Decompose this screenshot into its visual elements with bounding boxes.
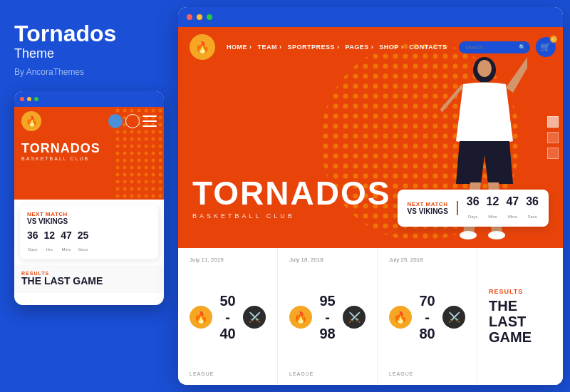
results-section: July 11, 2019 🔥 50 - 40 ⚔️ League July 1… [178, 248, 563, 385]
browser-dot-yellow [197, 14, 202, 20]
mobile-countdown-hrs: 12 Hrs [44, 229, 56, 254]
result-card-2: July 18, 2018 🔥 95 - 98 ⚔️ League [278, 248, 378, 385]
mobile-titlebar [14, 91, 164, 107]
nm-label: NEXT MATCH [408, 201, 448, 207]
mobile-dot-red [20, 97, 24, 101]
mobile-days-num: 36 [27, 229, 38, 241]
mobile-next-match-vs: VS VIKINGS [27, 217, 151, 225]
brand-title: Tornados [14, 21, 160, 46]
nm-days: 36 Days [467, 195, 480, 221]
brand-by: By AncoraThemes [14, 67, 160, 77]
mobile-mockup: 🔥 TORNADOS BASKETBALL CLUB NEXT MATCH [14, 91, 164, 305]
nav-link-shop[interactable]: SHOP › [379, 43, 403, 51]
result-teams-2: 🔥 95 - 98 ⚔️ [289, 293, 366, 342]
cart-button[interactable]: 🛒 0 [536, 37, 556, 57]
svg-point-6 [460, 231, 477, 239]
nm-countdown: 36 Days 12 Mins 47 Mins 36 Secs [467, 195, 539, 221]
result-type-2: League [289, 371, 366, 376]
mobile-hamburger-icon[interactable] [142, 115, 157, 127]
nav-links: HOME › TEAM › SPORTPRESS › PAGES › SHOP … [227, 43, 447, 51]
mobile-next-match-card: NEXT MATCH VS VIKINGS 36 Days 12 Hrs 47 … [20, 205, 158, 259]
svg-point-5 [488, 231, 505, 239]
nm-mins-unit: Mins [488, 215, 497, 219]
team-logo-vikings-3: ⚔️ [442, 306, 465, 329]
team-logo-tornados-3: 🔥 [389, 306, 412, 329]
mobile-dot-green [34, 97, 38, 101]
mobile-icon-red [125, 114, 140, 128]
mobile-next-match-label: NEXT MATCH [27, 211, 151, 217]
sidebar-indicator-1[interactable] [547, 116, 559, 128]
cart-badge: 0 [550, 36, 557, 43]
result-teams-3: 🔥 70 - 80 ⚔️ [389, 293, 465, 342]
hero-main-title: TORNADOS [192, 177, 390, 210]
mobile-mins-num: 47 [61, 229, 72, 241]
mobile-nav: 🔥 [14, 107, 164, 135]
hamburger-line [142, 125, 157, 127]
score-1: 50 - 40 [217, 293, 239, 342]
sidebar-indicators [547, 116, 559, 159]
result-date-1: July 11, 2019 [190, 257, 266, 263]
nav-link-home[interactable]: HOME › [227, 43, 252, 51]
result-date-2: July 18, 2018 [289, 257, 366, 263]
mobile-countdown-secs: 25 Secs [78, 229, 89, 254]
browser-nav: 🔥 HOME › TEAM › SPORTPRESS › PAGES › SHO… [178, 27, 563, 67]
mobile-team-sub: BASKETBALL CLUB [21, 156, 157, 161]
team-logo-vikings-2: ⚔️ [343, 306, 366, 329]
nm-left: NEXT MATCH VS VIKINGS [408, 201, 458, 215]
sidebar-indicator-3[interactable] [547, 148, 559, 159]
team-logo-vikings-1: ⚔️ [243, 306, 266, 329]
nm-mins2-unit: Mins [508, 215, 517, 219]
result-type-3: League [389, 371, 465, 376]
mobile-nav-icons [108, 114, 157, 128]
cart-icon: 🛒 [540, 42, 551, 52]
hero-main-sub: BASKETBALL CLUB [192, 212, 390, 220]
result-teams-1: 🔥 50 - 40 ⚔️ [190, 293, 266, 342]
nm-mins2-num: 47 [506, 195, 519, 208]
mobile-secs-num: 25 [78, 229, 89, 241]
browser-mockup: 🔥 HOME › TEAM › SPORTPRESS › PAGES › SHO… [178, 7, 563, 385]
team-logo-tornados-2: 🔥 [289, 306, 312, 329]
result-date-3: July 25, 2018 [389, 257, 465, 263]
mobile-days-label: Days [28, 247, 38, 252]
mobile-mins-label: Mins [62, 247, 71, 252]
nm-secs: 36 Secs [526, 195, 539, 221]
mobile-team-name: TORNADOS [21, 141, 157, 156]
nav-logo: 🔥 [190, 34, 215, 60]
mobile-countdown-days: 36 Days [27, 229, 38, 254]
nm-secs-num: 36 [526, 195, 539, 208]
last-game-title: THE LAST GAME [489, 298, 551, 345]
mobile-hrs-num: 12 [44, 229, 56, 241]
score-3: 70 - 80 [416, 293, 438, 342]
browser-titlebar [178, 7, 563, 27]
search-icon: 🔍 [519, 44, 526, 51]
nm-mins2: 47 Mins [506, 195, 519, 221]
mobile-icon-blue [108, 114, 123, 128]
mobile-dot-yellow [27, 97, 31, 101]
search-bar[interactable]: 🔍 [459, 41, 530, 53]
last-game-label: RESULTS [489, 288, 551, 295]
mobile-countdown-mins: 47 Mins [61, 229, 72, 254]
mobile-secs-label: Secs [78, 247, 88, 252]
search-input[interactable] [466, 44, 516, 51]
nm-days-unit: Days [468, 215, 478, 219]
nav-right: 🔍 🛒 0 [459, 37, 556, 57]
mobile-hero-text: TORNADOS BASKETBALL CLUB [14, 135, 164, 167]
browser-hero: 🔥 HOME › TEAM › SPORTPRESS › PAGES › SHO… [178, 27, 563, 248]
sidebar-indicator-2[interactable] [547, 132, 559, 143]
nm-days-num: 36 [467, 195, 480, 208]
result-card-3: July 25, 2018 🔥 70 - 80 ⚔️ League [378, 248, 477, 385]
mobile-hrs-label: Hrs [46, 247, 53, 252]
nav-link-sportpress[interactable]: SPORTPRESS › [288, 43, 340, 51]
nav-link-team[interactable]: TEAM › [258, 43, 282, 51]
team-logo-tornados-1: 🔥 [190, 306, 212, 329]
next-match-bar: NEXT MATCH VS VIKINGS 36 Days 12 Mins 47… [398, 190, 549, 227]
mobile-results-title: THE LAST GAME [21, 276, 157, 287]
mobile-results-section: RESULTS THE LAST GAME [14, 265, 164, 292]
nav-link-pages[interactable]: PAGES › [346, 43, 374, 51]
browser-dot-red [187, 14, 192, 20]
hamburger-line [142, 120, 157, 122]
nav-link-contacts[interactable]: CONTACTS [409, 43, 447, 51]
mobile-hero: 🔥 TORNADOS BASKETBALL CLUB [14, 107, 164, 200]
hamburger-line [142, 115, 157, 117]
result-card-1: July 11, 2019 🔥 50 - 40 ⚔️ League [178, 248, 278, 385]
